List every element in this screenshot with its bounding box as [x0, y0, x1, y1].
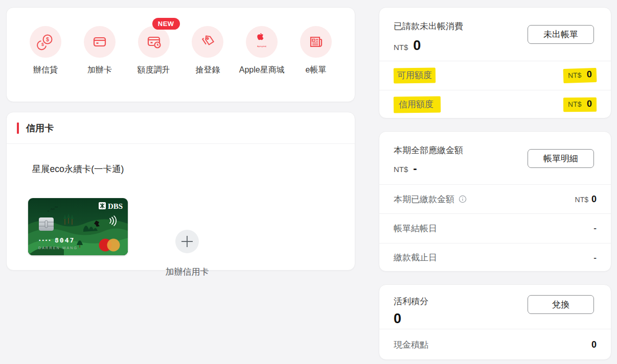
credit-limit-row: 信用額度 NT$ 0	[379, 90, 611, 119]
tag-icon	[198, 33, 217, 51]
coins-icon: $ $	[37, 33, 54, 51]
quick-action-label: 搶登錄	[195, 65, 220, 75]
quick-action-label: Apple星商城	[239, 65, 285, 75]
new-badge: NEW	[152, 18, 180, 30]
quick-action-personal-loan[interactable]: $ $ 辦信貸	[19, 26, 72, 75]
quick-action-label: 加辦卡	[87, 65, 112, 75]
available-limit-row: 可用額度 NT$ 0	[379, 61, 611, 90]
svg-text:8047: 8047	[55, 236, 75, 244]
plus-icon	[175, 230, 199, 253]
statement-date-label: 帳單結帳日	[394, 223, 437, 234]
section-title: 信用卡	[26, 122, 54, 134]
quick-action-add-card[interactable]: 加辦卡	[73, 26, 126, 75]
info-icon[interactable]	[459, 195, 467, 203]
quick-action-registration[interactable]: 搶登錄	[181, 26, 234, 75]
quick-actions-panel: $ $ 辦信貸 加辦卡 NEW	[6, 7, 355, 102]
section-accent-bar	[17, 123, 19, 134]
credit-limit-label: 信用額度	[394, 96, 441, 113]
svg-text:DBS: DBS	[108, 202, 123, 210]
payment-value: -	[413, 163, 417, 174]
quick-action-label: e帳單	[306, 65, 327, 75]
currency-label: NT$	[394, 43, 408, 52]
svg-text:DARREN WANG: DARREN WANG	[38, 246, 78, 250]
cash-points-label: 現金積點	[394, 339, 428, 351]
payment-panel: 本期全部應繳金額 NT$ - 帳單明細 本期已繳款金額 NT$ 0 帳單結帳日 …	[379, 131, 611, 272]
quick-action-label: 辦信貸	[33, 65, 58, 75]
ebill-icon	[307, 33, 325, 51]
due-date-label: 繳款截止日	[394, 252, 437, 263]
paid-amount-label: 本期已繳款金額	[394, 193, 454, 205]
unbilled-statement-button[interactable]: 未出帳單	[528, 25, 594, 44]
quick-action-limit-increase[interactable]: NEW 額度調升	[127, 26, 180, 75]
credit-card-section-header: 信用卡	[7, 112, 355, 144]
quick-action-ebill[interactable]: e帳單	[289, 26, 342, 75]
points-value: 0	[394, 312, 597, 326]
due-date-row: 繳款截止日 -	[379, 243, 611, 272]
svg-text:$: $	[41, 42, 44, 47]
card-name: 星展eco永續卡(一卡通)	[28, 162, 128, 190]
credit-card-panel: 信用卡 星展eco永續卡(一卡通)	[6, 112, 355, 271]
available-limit-label: 可用額度	[394, 67, 436, 83]
due-date-value: -	[593, 253, 597, 263]
svg-text:Apple星商城: Apple星商城	[257, 45, 267, 47]
currency-label: NT$	[394, 165, 408, 174]
statement-date-value: -	[593, 223, 597, 233]
dbs-logo: DBS	[99, 202, 123, 210]
add-card-label: 加辦信用卡	[166, 266, 209, 278]
available-limit-value: NT$ 0	[563, 68, 597, 83]
credit-card-icon	[91, 33, 108, 51]
unbilled-value: 0	[413, 39, 421, 53]
cash-points-row: 現金積點 0	[379, 329, 611, 360]
statement-date-row: 帳單結帳日 -	[379, 213, 611, 242]
quick-action-label: 額度調升	[138, 65, 170, 75]
card-clock-icon	[145, 33, 163, 51]
credit-limit-value: NT$ 0	[563, 98, 597, 112]
quick-action-apple-store[interactable]: Apple星商城 Apple星商城	[235, 26, 288, 75]
redeem-button[interactable]: 兌換	[528, 295, 594, 314]
svg-text:••••: ••••	[38, 238, 52, 243]
add-credit-card-button[interactable]: 加辦信用卡	[154, 230, 220, 278]
paid-amount-value: NT$ 0	[575, 194, 597, 205]
apple-icon: Apple星商城	[253, 33, 270, 51]
svg-text:$: $	[46, 37, 49, 42]
credit-card-image[interactable]: DBS ••••	[28, 198, 128, 255]
unbilled-panel: 已請款未出帳消費 NT$ 0 未出帳單 可用額度 NT$ 0 信用額度 NT$ …	[379, 7, 611, 118]
paid-amount-row: 本期已繳款金額 NT$ 0	[379, 184, 611, 213]
cash-points-value: 0	[591, 339, 597, 350]
statement-detail-button[interactable]: 帳單明細	[528, 149, 594, 168]
mastercard-logo	[99, 239, 120, 252]
points-panel: 活利積分 0 兌換 現金積點 0	[379, 284, 611, 360]
